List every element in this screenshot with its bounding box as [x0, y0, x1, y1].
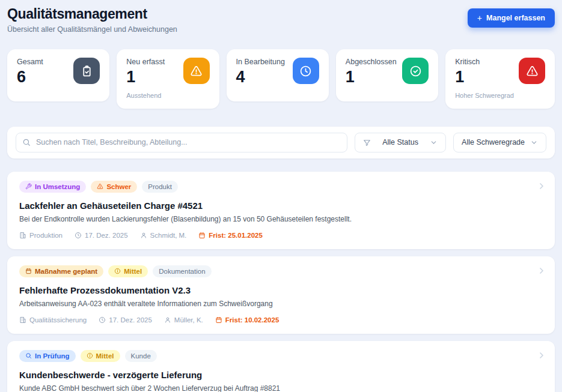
severity-badge: Mittel	[108, 265, 148, 277]
stat-label: Neu erfasst	[126, 58, 165, 66]
status-badge: In Umsetzung	[19, 181, 86, 193]
severity-filter-value: Alle Schweregrade	[462, 138, 525, 146]
calendar-icon	[25, 268, 32, 274]
warning-triangle-icon	[97, 183, 103, 190]
page-title: Qualitätsmanagement	[7, 6, 177, 22]
chevron-down-icon	[430, 139, 438, 146]
person-icon	[164, 316, 171, 324]
date-label: 17. Dez. 2025	[99, 316, 152, 324]
page-header: Qualitätsmanagement Übersicht aller Qual…	[7, 6, 555, 34]
defect-list: In Umsetzung Schwer Produkt Lackfehler a…	[7, 172, 555, 392]
warning-triangle-icon	[183, 58, 210, 84]
calendar-icon	[215, 316, 222, 324]
chevron-right-icon[interactable]	[537, 351, 546, 363]
check-circle-icon	[402, 58, 429, 84]
severity-badge: Mittel	[81, 350, 120, 362]
department-label: Produktion	[19, 232, 63, 239]
create-defect-button-label: Mangel erfassen	[486, 14, 545, 22]
defect-description: Arbeitsanweisung AA-023 enthält veraltet…	[19, 300, 543, 308]
status-filter-value: Alle Status	[382, 138, 418, 146]
clipboard-check-icon	[73, 58, 100, 84]
stat-value: 1	[455, 68, 514, 86]
defect-card[interactable]: In Umsetzung Schwer Produkt Lackfehler a…	[7, 172, 555, 249]
stat-value: 6	[17, 68, 43, 86]
stat-value: 1	[126, 68, 165, 86]
defect-description: Bei der Endkontrolle wurden Lackierungsf…	[19, 215, 543, 223]
status-filter-dropdown[interactable]: Alle Status	[355, 133, 446, 152]
wrench-icon	[25, 183, 32, 190]
stat-subtitle: Hoher Schweregrad	[455, 92, 514, 99]
stat-card-total: Gesamt 6	[7, 49, 109, 101]
defect-title: Kundenbeschwerde - verzögerte Lieferung	[19, 370, 543, 380]
page-subtitle: Übersicht aller Qualitätsmängel und Abwe…	[7, 25, 177, 34]
deadline-label: Frist: 25.01.2025	[198, 232, 263, 239]
search-input[interactable]	[16, 133, 347, 152]
defect-card[interactable]: In Prüfung Mittel Kunde Kundenbeschwerde…	[7, 341, 555, 392]
search-icon	[22, 138, 31, 146]
defect-title: Lackfehler an Gehäuseteilen Charge #4521	[19, 201, 543, 211]
department-label: Qualitätssicherung	[19, 316, 87, 324]
clock-icon	[75, 232, 82, 239]
stat-value: 1	[346, 68, 397, 86]
defect-card[interactable]: Maßnahme geplant Mittel Dokumentation Fe…	[7, 256, 555, 334]
info-circle-icon	[87, 352, 93, 359]
stat-label: In Bearbeitung	[236, 58, 285, 66]
stat-label: Kritisch	[455, 58, 514, 66]
create-defect-button[interactable]: + Mangel erfassen	[468, 8, 555, 28]
stat-subtitle: Ausstehend	[126, 92, 165, 99]
date-label: 17. Dez. 2025	[75, 232, 128, 239]
assignee-label: Schmidt, M.	[140, 232, 187, 239]
defect-description: Kunde ABC GmbH beschwert sich über 2 Woc…	[19, 384, 543, 392]
filter-icon	[363, 139, 371, 146]
person-icon	[140, 232, 147, 239]
search-icon	[25, 352, 32, 359]
building-icon	[19, 316, 26, 324]
stat-value: 4	[236, 68, 285, 86]
chevron-down-icon	[530, 139, 538, 146]
status-badge: In Prüfung	[19, 350, 76, 362]
deadline-label: Frist: 10.02.2025	[215, 316, 279, 324]
severity-filter-dropdown[interactable]: Alle Schweregrade	[453, 133, 546, 152]
chevron-right-icon[interactable]	[537, 266, 546, 278]
filter-bar: Alle Status Alle Schweregrade	[7, 127, 555, 158]
stats-row: Gesamt 6 Neu erfasst 1 Ausstehend In Bea…	[7, 49, 555, 109]
calendar-icon	[198, 232, 206, 239]
clock-icon	[99, 316, 106, 324]
stat-card-critical: Kritisch 1 Hoher Schweregrad	[445, 49, 555, 109]
severity-badge: Schwer	[91, 181, 137, 193]
category-badge: Kunde	[125, 350, 157, 362]
clock-icon	[293, 58, 319, 84]
stat-card-completed: Abgeschlossen 1	[336, 49, 438, 101]
warning-triangle-icon	[519, 58, 545, 84]
defect-title: Fehlerhafte Prozessdokumentation V2.3	[19, 285, 543, 295]
stat-label: Gesamt	[17, 58, 43, 66]
assignee-label: Müller, K.	[164, 316, 203, 324]
plus-icon: +	[477, 14, 482, 22]
building-icon	[19, 232, 26, 239]
category-badge: Dokumentation	[153, 265, 211, 277]
category-badge: Produkt	[142, 181, 178, 193]
stat-label: Abgeschlossen	[346, 58, 397, 66]
stat-card-in-progress: In Bearbeitung 4	[227, 49, 329, 101]
chevron-right-icon[interactable]	[537, 181, 546, 193]
info-circle-icon	[114, 268, 121, 274]
stat-card-new: Neu erfasst 1 Ausstehend	[117, 49, 219, 109]
status-badge: Maßnahme geplant	[19, 265, 103, 277]
